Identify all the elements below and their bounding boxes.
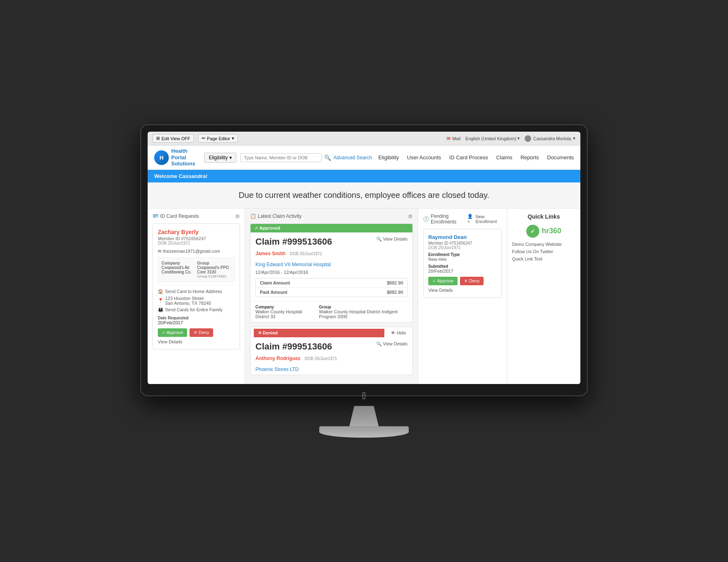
claim-amount-value: $882.90	[387, 280, 403, 285]
nav-user-accounts[interactable]: User Accounts	[407, 154, 441, 161]
member-id: Member ID #751656247	[158, 236, 235, 241]
claims-title: 📋 Latest Claim Activity	[250, 213, 301, 219]
claim2-patient: Anthony Rodriguez	[255, 356, 301, 361]
nav-reports[interactable]: Reports	[521, 154, 539, 161]
chevron-down-icon: ▾	[232, 136, 234, 141]
edit-view-button[interactable]: ⊞ Edit View OFF	[153, 134, 194, 143]
view-details-link[interactable]: View Details	[158, 339, 235, 344]
group-value: Coopwood's PPO Core 3100	[197, 265, 231, 274]
action-buttons: ✓ Approve ✕ Deny	[158, 328, 235, 337]
stand-neck	[348, 406, 380, 426]
group-label: Group	[197, 261, 231, 265]
company-label: Company	[161, 261, 196, 265]
search-icon: 🔍	[376, 237, 382, 242]
member-dob: DOB 25/Jun/1971	[158, 241, 235, 245]
send-family-link[interactable]: 👪 Send Cards for Entire Family	[158, 307, 235, 312]
mail-label: Mail	[452, 136, 460, 141]
claim2-hospital[interactable]: Phoenix Stores LTD	[251, 364, 412, 375]
quicklink-twitter[interactable]: Follow Us On Twitter	[512, 249, 575, 254]
id-card-gear-icon[interactable]: ⚙	[235, 213, 240, 219]
main-content: 🪪 ID Card Requests ⚙ Zachary Byerly Memb…	[148, 208, 580, 384]
logo[interactable]: H Health Portal Solutions	[154, 148, 195, 167]
enroll-name: Raymond Dean	[428, 234, 497, 240]
edit-view-label: Edit View OFF	[161, 136, 190, 141]
main-nav: Eligibility User Accounts ID Card Proces…	[378, 154, 574, 161]
enroll-id: Member ID #751656247	[428, 241, 497, 245]
quicklink-test[interactable]: Quick Link Test	[512, 256, 575, 261]
enroll-deny-button[interactable]: ✕ Deny	[460, 277, 484, 285]
claim-amount-row: Claim Amount $882.90	[256, 278, 407, 288]
claim-amount-label: Claim Amount	[260, 280, 290, 285]
welcome-message: Welcome Cassandra!	[154, 173, 207, 179]
paid-amount-row: Paid Amount $882.90	[256, 288, 407, 297]
id-card-column: 🪪 ID Card Requests ⚙ Zachary Byerly Memb…	[148, 208, 245, 384]
page-editor-button[interactable]: ✏ Page Editor ▾	[198, 134, 238, 143]
mail-link[interactable]: ✉ Mail	[447, 136, 460, 141]
date-value: 20/Feb/2017	[158, 320, 235, 325]
search-input[interactable]	[240, 153, 322, 162]
claim-view-details[interactable]: 🔍 View Details	[376, 237, 408, 242]
quicklinks-column: Quick Links ✓ hr360 Demo Company Website…	[507, 208, 580, 384]
paid-amount-label: Paid Amount	[260, 290, 287, 295]
search-icon: 🔍	[376, 341, 382, 347]
person-add-icon: 👤+	[467, 214, 474, 224]
nav-id-card-process[interactable]: ID Card Process	[449, 154, 488, 161]
nav-documents[interactable]: Documents	[547, 154, 574, 161]
enrollment-card: Raymond Dean Member ID #751656247 DOB 25…	[423, 229, 502, 298]
search-icon[interactable]: 🔍	[324, 154, 331, 161]
enrollment-buttons: ✓ Approve ✕ Deny	[428, 277, 497, 285]
language-selector[interactable]: English (United Kingdom) ▾	[465, 136, 520, 141]
nav-eligibility[interactable]: Eligibility	[378, 154, 399, 161]
alert-text: Due to current weather conditions, emplo…	[239, 191, 489, 200]
page-editor-label: Page Editor	[207, 136, 230, 141]
user-name: Cassandra Mortola	[533, 136, 571, 141]
claim-status-denied: ✕ Denied	[254, 329, 384, 337]
advanced-search-link[interactable]: Advanced Search	[333, 155, 372, 161]
claim2-view-details[interactable]: 🔍 View Details	[376, 341, 408, 347]
claims-gear-icon[interactable]: ⚙	[408, 213, 413, 219]
member-info-grid: Company Coopwood's Air Conditioning Co. …	[158, 257, 235, 282]
search-area: 🔍 Advanced Search	[240, 153, 374, 162]
chevron-down-icon: ▾	[517, 136, 520, 141]
deny-button[interactable]: ✕ Deny	[190, 328, 213, 337]
welcome-bar: Welcome Cassandra!	[148, 170, 580, 182]
nav-bar: H Health Portal Solutions Eligibility ▾ …	[148, 145, 580, 170]
quicklink-demo[interactable]: Demo Company Website	[512, 242, 575, 247]
enroll-approve-button[interactable]: ✓ Approve	[428, 277, 458, 285]
email-icon: ✉	[158, 249, 161, 254]
edit-view-icon: ⊞	[156, 136, 160, 141]
claim-number: Claim #999513606	[255, 237, 332, 247]
hr360-text: hr360	[542, 227, 561, 235]
new-enrollment-link[interactable]: 👤+ New Enrollment	[467, 214, 502, 224]
id-card-icon: 🪪	[153, 213, 159, 219]
claim-hospital[interactable]: King Edward VII Memorial Hospital	[251, 259, 412, 270]
eligibility-label: Eligibility	[209, 155, 228, 161]
company-value: Coopwood's Air Conditioning Co.	[161, 265, 196, 274]
claims-column: 📋 Latest Claim Activity ⚙ ✓ Approved Cla…	[245, 208, 418, 384]
chevron-down-icon: ▾	[573, 136, 575, 141]
address-display: 📍 123 Houston Street San Antonio, TX 782…	[158, 296, 235, 306]
claim-company: Company Walker County Hospital District …	[255, 305, 311, 319]
claim-card-2: ✕ Denied 👁 Hide Claim #999513606 🔍	[250, 327, 413, 375]
quicklinks-title: Quick Links	[512, 213, 575, 220]
monitor-stand: 	[319, 396, 409, 438]
claims-section-header: 📋 Latest Claim Activity ⚙	[250, 213, 413, 219]
user-profile[interactable]: Cassandra Mortola ▾	[525, 135, 575, 142]
eligibility-dropdown[interactable]: Eligibility ▾	[204, 153, 236, 163]
enrollments-column: 🕐 Pending Enrollments 👤+ New Enrollment …	[418, 208, 507, 384]
hr360-icon: ✓	[526, 225, 539, 238]
claim-patient: James Smith	[255, 251, 286, 256]
claim-header-1: Claim #999513606 🔍 View Details	[251, 232, 412, 250]
claim-patient-dob: DOB 25/Jun/1971	[290, 252, 323, 256]
enroll-view-details[interactable]: View Details	[428, 288, 497, 293]
claims-icon: 📋	[250, 213, 256, 219]
mail-icon: ✉	[447, 136, 451, 141]
nav-claims[interactable]: Claims	[496, 154, 512, 161]
hide-link[interactable]: 👁 Hide	[391, 330, 406, 335]
hr360-logo[interactable]: ✓ hr360	[512, 225, 575, 238]
send-home-link[interactable]: 🏠 Send Card to Home Address	[158, 289, 235, 294]
enrollment-type-field: Enrollment Type New Hire	[428, 252, 497, 262]
paid-amount-value: $882.90	[387, 290, 403, 295]
claim-header-2: Claim #999513606 🔍 View Details	[251, 337, 412, 354]
approve-button[interactable]: ✓ Approve	[158, 328, 187, 337]
